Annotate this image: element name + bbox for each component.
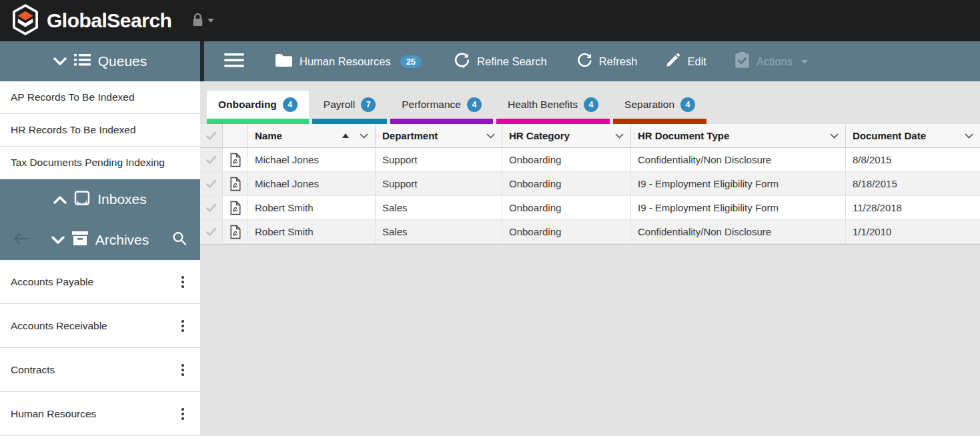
actions-caret-icon: [801, 60, 808, 63]
queue-list: AP Records To Be IndexedHR Records To Be…: [0, 81, 200, 179]
archive-item[interactable]: Human Resources: [0, 392, 200, 436]
table-row[interactable]: Robert SmithSalesOnboardingConfidentiali…: [200, 220, 980, 244]
row-checkbox[interactable]: [200, 148, 223, 171]
row-checkbox[interactable]: [200, 196, 223, 219]
tab-label: Separation: [624, 99, 674, 111]
tab-onboarding[interactable]: Onboarding4: [207, 91, 309, 124]
pdf-file-icon[interactable]: [223, 148, 248, 171]
archive-item-label: Accounts Receivable: [11, 320, 107, 332]
kebab-menu-icon[interactable]: [176, 316, 189, 336]
actions-label: Actions: [757, 55, 793, 68]
tab-count-badge: 7: [361, 97, 376, 112]
kebab-menu-icon[interactable]: [176, 272, 189, 292]
queue-item-label: HR Records To Be Indexed: [11, 124, 136, 136]
kebab-menu-icon[interactable]: [176, 360, 189, 380]
tab-color-bar: [312, 119, 387, 124]
refine-search-button[interactable]: Refine Search: [454, 52, 547, 71]
pencil-icon: [665, 53, 680, 71]
lock-menu[interactable]: [191, 13, 214, 29]
column-menu-icon: [360, 133, 368, 139]
table-row[interactable]: Michael JonesSupportOnboardingConfidenti…: [200, 148, 980, 172]
refresh-button[interactable]: Refresh: [576, 52, 638, 71]
column-header-hr-document-type[interactable]: HR Document Type: [631, 124, 846, 147]
column-menu-icon: [965, 133, 973, 139]
sidebar: Queues AP Records To Be IndexedHR Record…: [0, 41, 200, 436]
select-all-checkbox[interactable]: [200, 124, 223, 147]
cell-name: Michael Jones: [248, 148, 376, 171]
folder-icon: [275, 53, 293, 70]
brand-title: GlobalSearch: [47, 9, 171, 32]
actions-button[interactable]: Actions: [734, 52, 808, 71]
tab-label: Payroll: [324, 99, 355, 111]
cell-document-date: 1/1/2010: [846, 220, 980, 243]
cell-hr-document-type: Confidentiality/Non Disclosure: [631, 220, 846, 243]
cell-department: Support: [376, 172, 502, 195]
doc-type-column-header: [223, 124, 248, 147]
column-menu-icon: [830, 133, 839, 139]
row-checkbox[interactable]: [200, 172, 223, 195]
tab-color-bar: [613, 119, 706, 124]
row-checkbox[interactable]: [200, 220, 223, 243]
results-grid: Name Department HR Category HR Document …: [200, 124, 980, 245]
main-content: Human Resources 25 Refine Search: [200, 41, 980, 436]
grid-header-row: Name Department HR Category HR Document …: [200, 124, 980, 148]
lock-icon: [191, 13, 204, 29]
globalsearch-logo[interactable]: GlobalSearch: [11, 4, 171, 38]
table-row[interactable]: Robert SmithSalesOnboardingI9 - Employme…: [200, 196, 980, 220]
menu-button[interactable]: [224, 53, 244, 70]
tab-label: Performance: [402, 99, 461, 111]
queue-item[interactable]: AP Records To Be Indexed: [0, 81, 200, 114]
cell-document-date: 8/18/2015: [846, 172, 980, 195]
archive-item[interactable]: Accounts Receivable: [0, 304, 200, 348]
archive-item[interactable]: Contracts: [0, 348, 200, 392]
hamburger-icon: [224, 53, 244, 70]
column-header-name[interactable]: Name: [248, 124, 376, 147]
cell-hr-document-type: I9 - Employment Eligibility Form: [631, 172, 846, 195]
globalsearch-logo-icon: [11, 4, 40, 38]
cell-document-date: 8/8/2015: [846, 148, 980, 171]
column-header-department[interactable]: Department: [376, 124, 502, 147]
archives-section-header[interactable]: Archives: [0, 219, 200, 260]
cell-hr-category: Onboarding: [502, 148, 631, 171]
tab-color-bar: [390, 119, 493, 124]
tab-payroll[interactable]: Payroll7: [312, 91, 387, 124]
refresh-label: Refresh: [599, 55, 638, 68]
current-archive[interactable]: Human Resources 25: [275, 53, 422, 70]
edit-label: Edit: [687, 55, 706, 68]
archive-box-icon: [72, 231, 88, 249]
table-row[interactable]: Michael JonesSupportOnboardingI9 - Emplo…: [200, 172, 980, 196]
tab-separation[interactable]: Separation4: [613, 91, 706, 124]
queue-item-label: Tax Documents Pending Indexing: [11, 157, 165, 169]
queues-section-title: Queues: [98, 53, 147, 69]
clipboard-check-icon: [734, 52, 750, 71]
tab-label: Health Benefits: [508, 99, 578, 111]
search-icon[interactable]: [172, 231, 187, 249]
edit-button[interactable]: Edit: [665, 53, 706, 71]
pdf-file-icon[interactable]: [223, 196, 248, 219]
column-header-document-date[interactable]: Document Date: [846, 124, 980, 147]
inbox-icon: [74, 191, 90, 209]
cell-department: Sales: [376, 220, 502, 243]
tab-color-bar: [496, 119, 610, 124]
tab-strip: Onboarding4Payroll7Performance4Health Be…: [200, 81, 980, 124]
tab-performance[interactable]: Performance4: [390, 91, 493, 124]
cell-name: Robert Smith: [248, 220, 376, 243]
chevron-up-icon: [53, 191, 67, 207]
tab-color-bar: [207, 119, 309, 124]
kebab-menu-icon[interactable]: [176, 404, 189, 424]
column-header-hr-category[interactable]: HR Category: [502, 124, 631, 147]
tab-health-benefits[interactable]: Health Benefits4: [496, 91, 610, 124]
refresh-icon: [576, 52, 592, 71]
queue-item[interactable]: Tax Documents Pending Indexing: [0, 147, 200, 179]
top-bar: GlobalSearch: [0, 0, 980, 41]
pdf-file-icon[interactable]: [223, 172, 248, 195]
back-arrow-icon[interactable]: [12, 232, 29, 248]
result-count-badge: 25: [400, 55, 422, 68]
queue-item[interactable]: HR Records To Be Indexed: [0, 114, 200, 147]
archive-item[interactable]: Accounts Payable: [0, 260, 200, 304]
pdf-file-icon[interactable]: [223, 220, 248, 243]
inboxes-section-header[interactable]: Inboxes: [0, 179, 200, 219]
queues-section-header[interactable]: Queues: [0, 41, 200, 81]
archive-item-label: Contracts: [11, 364, 55, 376]
cell-name: Michael Jones: [248, 172, 376, 195]
